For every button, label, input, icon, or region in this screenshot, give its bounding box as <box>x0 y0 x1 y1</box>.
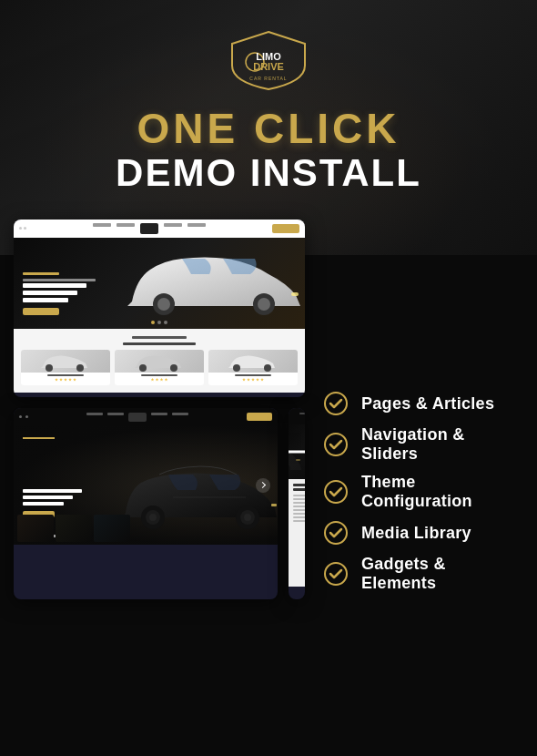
star-3 <box>64 378 67 382</box>
star-2 <box>59 378 63 382</box>
svg-point-33 <box>325 563 347 585</box>
star-4 <box>165 378 168 382</box>
car-icon-2 <box>115 350 204 373</box>
logo-container: LIMO DRIVE CAR RENTAL <box>223 27 314 91</box>
page-wrapper: LIMO DRIVE CAR RENTAL ONE CLICK DEMO INS… <box>0 0 537 756</box>
about-content: 15+ EXPERIENCE <box>289 479 305 587</box>
car-stars-2 <box>115 378 204 382</box>
check-icon-pages <box>323 391 349 416</box>
star-5 <box>260 378 264 382</box>
feature-item-media: Media Library <box>323 520 523 546</box>
car-card-2 <box>115 350 204 385</box>
feature-label-gadgets: Gadgets & Elements <box>361 555 523 593</box>
hero-subtitle <box>23 279 96 281</box>
checkmark-circle-theme <box>323 479 349 505</box>
svg-point-30 <box>325 434 347 455</box>
car-card-3 <box>208 350 298 385</box>
logo-shield: LIMO DRIVE CAR RENTAL <box>223 27 314 91</box>
svg-text:CAR RENTAL: CAR RENTAL <box>249 76 287 81</box>
nav-links <box>30 223 268 234</box>
feature-label-navigation: Navigation & Sliders <box>361 425 523 464</box>
nav-d2 <box>25 415 28 418</box>
svg-point-10 <box>76 364 84 372</box>
hero-h2 <box>23 291 77 295</box>
about-line-1 <box>293 495 305 496</box>
star-5 <box>73 378 76 382</box>
star-3 <box>160 378 164 382</box>
slider-arrow <box>256 478 270 493</box>
nav-dots <box>19 227 26 230</box>
feature-item-navigation: Navigation & Sliders <box>323 425 523 464</box>
nav-link-3 <box>164 223 182 227</box>
checkmark-circle-pages <box>323 391 349 416</box>
about-main-row: 15+ EXPERIENCE <box>293 484 300 582</box>
nl2 <box>107 413 124 415</box>
nav-link-4 <box>187 223 206 227</box>
car-img-2 <box>115 350 204 373</box>
mock-cars-section <box>14 329 305 393</box>
mock-about-nav <box>289 408 305 424</box>
about-line-4 <box>293 506 305 507</box>
about-title-bar <box>289 450 305 453</box>
about-hero-section <box>289 424 305 479</box>
mock-hero2-area <box>14 426 278 545</box>
anl1 <box>299 413 305 414</box>
about-line-3 <box>293 502 305 504</box>
car-stars-3 <box>208 378 298 382</box>
car-name-2 <box>141 374 177 376</box>
svg-rect-21 <box>271 504 277 506</box>
arrow-shape <box>258 482 265 488</box>
hero-h3 <box>23 298 68 302</box>
thumb-1 <box>17 515 54 542</box>
nav-inner <box>19 413 272 422</box>
svg-point-29 <box>325 393 347 414</box>
svg-rect-26 <box>296 459 300 461</box>
star-1 <box>55 378 58 382</box>
thumbnail-strip <box>14 513 278 545</box>
feature-label-theme: Theme Configuration <box>361 473 523 511</box>
hero2-h2 <box>23 495 73 499</box>
svg-point-14 <box>264 364 271 372</box>
svg-point-12 <box>170 364 177 372</box>
check-icon-navigation <box>323 432 349 457</box>
hero2-h3 <box>23 502 64 506</box>
car-img-3 <box>208 350 298 373</box>
car-img-1 <box>21 350 110 373</box>
svg-point-5 <box>157 298 170 311</box>
svg-rect-8 <box>291 292 299 296</box>
feature-item-pages: Pages & Articles <box>323 391 523 416</box>
thumb-2 <box>56 515 92 542</box>
svg-point-7 <box>258 298 270 311</box>
shield-icon: LIMO DRIVE CAR RENTAL <box>223 27 314 91</box>
mock-nav-bottom-left <box>14 408 278 426</box>
about-line-6 <box>293 513 305 515</box>
title-text-bar <box>123 342 196 345</box>
mock-hero-text <box>23 272 96 315</box>
feature-item-theme: Theme Configuration <box>323 473 523 511</box>
about-line-5 <box>293 509 305 511</box>
about-line-7 <box>293 516 305 518</box>
nl4 <box>172 413 188 415</box>
screenshot-top <box>14 220 305 397</box>
about-text-side <box>293 484 305 582</box>
dot-active <box>151 321 155 324</box>
about-h2 <box>293 488 305 491</box>
screenshot-bottom-right: 15+ EXPERIENCE <box>289 408 305 599</box>
thumb-3 <box>94 515 130 542</box>
nl1 <box>86 413 103 415</box>
screenshots-column: 15+ EXPERIENCE <box>14 220 305 756</box>
hero-title-line2: DEMO INSTALL <box>116 152 421 194</box>
svg-text:DRIVE: DRIVE <box>253 61 284 72</box>
nav-links-inner <box>32 413 243 422</box>
about-line-2 <box>293 498 305 500</box>
nav-d1 <box>19 415 22 418</box>
title-bar <box>132 336 187 339</box>
nav-btn <box>272 224 299 233</box>
star-2 <box>247 378 250 382</box>
star-4 <box>256 378 259 382</box>
hero2-tag <box>23 437 55 439</box>
check-icon-theme <box>323 479 349 505</box>
car-icon-3 <box>208 350 298 373</box>
car-card-1 <box>21 350 110 385</box>
screenshot-bottom-left <box>14 408 278 599</box>
